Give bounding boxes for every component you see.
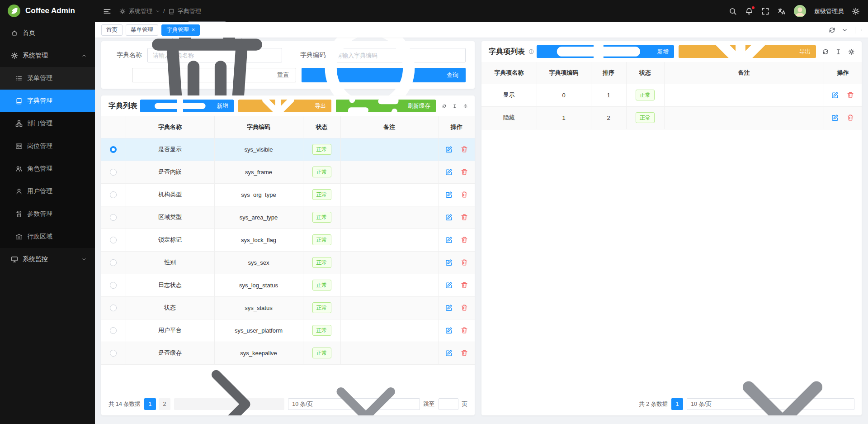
app-logo[interactable]: Coffee Admin: [0, 0, 95, 22]
edit-icon[interactable]: [445, 168, 453, 176]
sidebar-item-system-monitor[interactable]: 系统监控: [0, 248, 95, 271]
translate-icon[interactable]: [778, 7, 786, 15]
sidebar-item-menu-management[interactable]: 菜单管理: [0, 67, 95, 90]
expand-content-icon[interactable]: [855, 27, 862, 33]
delete-icon[interactable]: [461, 281, 468, 289]
edit-icon[interactable]: [445, 191, 453, 198]
query-button[interactable]: 查询: [302, 68, 466, 82]
status-badge: 正常: [312, 257, 331, 268]
edit-icon[interactable]: [445, 259, 453, 266]
row-radio[interactable]: [110, 305, 117, 311]
edit-icon[interactable]: [831, 114, 839, 121]
refresh-cache-button[interactable]: 刷新缓存: [336, 100, 435, 112]
delete-icon[interactable]: [461, 259, 468, 266]
delete-icon[interactable]: [847, 114, 854, 121]
avatar[interactable]: [794, 5, 806, 17]
sidebar-item-post-management[interactable]: 岗位管理: [0, 135, 95, 157]
delete-icon[interactable]: [461, 146, 468, 153]
column-settings-icon[interactable]: [463, 102, 467, 110]
tab-home[interactable]: 首页: [101, 24, 123, 36]
tab-options-chevron-icon[interactable]: [841, 27, 848, 33]
row-radio[interactable]: [110, 214, 117, 221]
row-radio[interactable]: [110, 146, 117, 153]
table-row[interactable]: 锁定标记 sys_lock_flag 正常: [101, 229, 475, 251]
info-icon[interactable]: [528, 48, 534, 55]
table-row[interactable]: 用户平台 sys_user_platform 正常: [101, 319, 475, 342]
status-badge: 正常: [312, 167, 331, 177]
edit-icon[interactable]: [445, 236, 453, 243]
add-dict-item-button[interactable]: 新增: [537, 45, 674, 58]
close-icon[interactable]: ×: [192, 27, 195, 33]
search-icon[interactable]: [729, 7, 737, 15]
refresh-table-icon[interactable]: [822, 48, 829, 56]
table-row[interactable]: 状态 sys_status 正常: [101, 296, 475, 319]
delete-icon[interactable]: [461, 327, 468, 334]
table-row[interactable]: 是否缓存 sys_keepalive 正常: [101, 342, 475, 364]
row-radio[interactable]: [110, 350, 117, 357]
table-row[interactable]: 区域类型 sys_area_type 正常: [101, 206, 475, 229]
sidebar-item-system-management[interactable]: 系统管理: [0, 44, 95, 67]
sidebar-item-dept-management[interactable]: 部门管理: [0, 112, 95, 135]
column-header: 状态: [626, 62, 664, 84]
refresh-table-icon[interactable]: [442, 102, 446, 110]
notification-bell-icon[interactable]: [745, 7, 753, 15]
refresh-page-icon[interactable]: [829, 27, 835, 33]
page-button-1[interactable]: 1: [144, 398, 156, 410]
export-dict-button[interactable]: 导出: [238, 100, 332, 112]
page-button-1[interactable]: 1: [671, 398, 683, 410]
table-row[interactable]: 是否内嵌 sys_frame 正常: [101, 161, 475, 183]
row-radio[interactable]: [110, 327, 117, 334]
page-size-select[interactable]: 10 条/页: [288, 398, 420, 410]
sidebar-item-dict-management[interactable]: 字典管理: [0, 90, 95, 112]
page-button-2[interactable]: 2: [159, 398, 170, 410]
page-size-select[interactable]: 10 条/页: [687, 398, 854, 410]
table-row[interactable]: 显示 0 1 正常: [481, 84, 862, 106]
row-radio[interactable]: [110, 259, 117, 266]
edit-icon[interactable]: [445, 214, 453, 221]
delete-icon[interactable]: [461, 304, 468, 311]
sidebar-item-user-management[interactable]: 用户管理: [0, 180, 95, 203]
next-page-button[interactable]: [174, 398, 284, 410]
column-settings-icon[interactable]: [848, 48, 854, 56]
row-radio[interactable]: [110, 237, 117, 243]
font-size-icon[interactable]: [835, 48, 841, 56]
delete-icon[interactable]: [461, 236, 468, 243]
sidebar-item-home[interactable]: 首页: [0, 22, 95, 44]
edit-icon[interactable]: [831, 91, 839, 99]
tab-dict-management[interactable]: 字典管理×: [161, 24, 200, 36]
sidebar-item-param-management[interactable]: 参数管理: [0, 203, 95, 225]
username[interactable]: 超级管理员: [814, 7, 844, 15]
settings-gear-icon[interactable]: [852, 7, 860, 15]
delete-icon[interactable]: [847, 91, 854, 99]
reset-button[interactable]: 重置: [132, 68, 296, 82]
row-radio[interactable]: [110, 282, 117, 289]
table-row[interactable]: 是否显示 sys_visible 正常: [101, 138, 475, 161]
table-row[interactable]: 性别 sys_sex 正常: [101, 251, 475, 274]
collapse-sidebar-icon[interactable]: [103, 7, 111, 15]
edit-icon[interactable]: [445, 349, 453, 357]
status-badge: 正常: [312, 212, 331, 223]
tab-menu-management[interactable]: 菜单管理: [126, 24, 158, 36]
row-radio[interactable]: [110, 169, 117, 176]
sidebar-item-role-management[interactable]: 角色管理: [0, 157, 95, 180]
dict-list-tools: 新增 导出 刷新缓存: [140, 100, 467, 112]
jump-page-input[interactable]: [439, 398, 458, 410]
table-row[interactable]: 日志状态 sys_log_status 正常: [101, 274, 475, 296]
edit-icon[interactable]: [445, 281, 453, 289]
row-radio[interactable]: [110, 191, 117, 198]
edit-icon[interactable]: [445, 327, 453, 334]
dict-name-cell: 是否内嵌: [126, 161, 214, 183]
delete-icon[interactable]: [461, 168, 468, 176]
edit-icon[interactable]: [445, 304, 453, 311]
font-size-icon[interactable]: [453, 102, 457, 110]
export-dict-item-button[interactable]: 导出: [679, 45, 816, 58]
delete-icon[interactable]: [461, 191, 468, 198]
fullscreen-icon[interactable]: [761, 7, 769, 15]
table-row[interactable]: 机构类型 sys_org_type 正常: [101, 183, 475, 206]
delete-icon[interactable]: [461, 349, 468, 357]
table-row[interactable]: 隐藏 1 2 正常: [481, 106, 862, 129]
delete-icon[interactable]: [461, 214, 468, 221]
edit-icon[interactable]: [445, 146, 453, 153]
add-dict-button[interactable]: 新增: [140, 100, 234, 112]
sidebar-item-admin-region[interactable]: 行政区域: [0, 225, 95, 248]
